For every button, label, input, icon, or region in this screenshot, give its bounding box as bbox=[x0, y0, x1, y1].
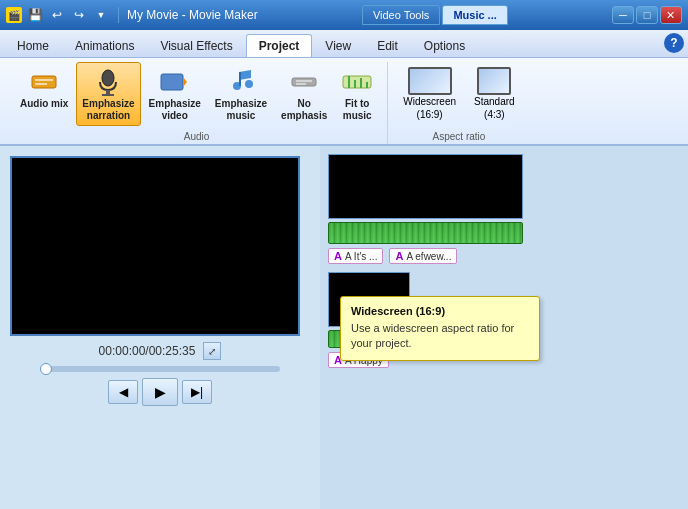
svg-rect-4 bbox=[106, 90, 110, 94]
svg-point-3 bbox=[102, 70, 114, 86]
redo-qat-button[interactable]: ↪ bbox=[70, 6, 88, 24]
title-bar-left: 🎬 💾 ↩ ↪ ▼ My Movie - Movie Maker bbox=[6, 6, 258, 24]
widescreen-button[interactable]: Widescreen(16:9) bbox=[396, 62, 463, 126]
time-display: 00:00:00/00:25:35 ⤢ bbox=[10, 342, 310, 360]
emphasize-music-label: Emphasizemusic bbox=[215, 98, 267, 122]
no-emphasis-label: Noemphasis bbox=[281, 98, 327, 122]
help-button[interactable]: ? bbox=[664, 33, 684, 53]
svg-rect-10 bbox=[239, 72, 241, 86]
play-button[interactable]: ▶ bbox=[142, 378, 178, 406]
no-emphasis-button[interactable]: Noemphasis bbox=[275, 62, 333, 126]
window-title: My Movie - Movie Maker bbox=[127, 8, 258, 22]
tab-animations[interactable]: Animations bbox=[62, 34, 147, 57]
expand-icon: ⤢ bbox=[208, 346, 216, 357]
svg-rect-2 bbox=[35, 83, 47, 85]
title-bar-context-tabs: Video Tools Music ... bbox=[362, 5, 508, 25]
time-code: 00:00:00/00:25:35 bbox=[99, 344, 196, 358]
emphasize-video-label: Emphasizevideo bbox=[149, 98, 201, 122]
aspect-ratio-group: Widescreen(16:9) Standard(4:3) Aspect ra… bbox=[388, 62, 529, 144]
video-tools-tab[interactable]: Video Tools bbox=[362, 5, 440, 25]
emphasize-video-button[interactable]: Emphasizevideo bbox=[143, 62, 207, 126]
window-controls: ─ □ ✕ bbox=[612, 6, 682, 24]
audio-ribbon-group: Audio mix Emphasizenarration bbox=[6, 62, 388, 144]
playback-controls: ◀ ▶ ▶| bbox=[10, 378, 310, 406]
standard-button[interactable]: Standard(4:3) bbox=[467, 62, 522, 126]
text-icon-1: A bbox=[334, 250, 342, 262]
undo-qat-button[interactable]: ↩ bbox=[48, 6, 66, 24]
svg-marker-7 bbox=[183, 77, 187, 87]
no-emphasis-icon bbox=[288, 66, 320, 98]
audio-mix-label: Audio mix bbox=[20, 98, 68, 110]
app-icon: 🎬 bbox=[6, 7, 22, 23]
audio-bar-1 bbox=[328, 222, 523, 244]
aspect-buttons: Widescreen(16:9) Standard(4:3) bbox=[396, 62, 521, 126]
tooltip: Widescreen (16:9) Use a widescreen aspec… bbox=[340, 296, 540, 361]
clip-label-2: A A efwew... bbox=[389, 248, 457, 264]
save-qat-button[interactable]: 💾 bbox=[26, 6, 44, 24]
close-button[interactable]: ✕ bbox=[660, 6, 682, 24]
audio-mix-button[interactable]: Audio mix bbox=[14, 62, 74, 114]
tab-visual-effects[interactable]: Visual Effects bbox=[147, 34, 245, 57]
svg-rect-0 bbox=[32, 76, 56, 88]
ribbon-tab-strip: Home Animations Visual Effects Project V… bbox=[0, 30, 688, 58]
music-tab[interactable]: Music ... bbox=[442, 5, 507, 25]
emphasize-video-icon bbox=[159, 66, 191, 98]
video-preview bbox=[10, 156, 300, 336]
audio-mix-icon bbox=[28, 66, 60, 98]
narration-icon bbox=[92, 66, 124, 98]
tab-home[interactable]: Home bbox=[4, 34, 62, 57]
svg-rect-1 bbox=[35, 79, 53, 81]
svg-rect-13 bbox=[296, 83, 306, 85]
tab-edit[interactable]: Edit bbox=[364, 34, 411, 57]
clip-label-1: A A It's ... bbox=[328, 248, 383, 264]
svg-point-9 bbox=[245, 80, 253, 88]
emphasize-music-button[interactable]: Emphasizemusic bbox=[209, 62, 273, 126]
story-clip-1: A A It's ... A A efwew... bbox=[328, 154, 523, 264]
standard-icon bbox=[477, 67, 511, 95]
seek-bar[interactable] bbox=[40, 366, 280, 372]
next-frame-button[interactable]: ▶| bbox=[182, 380, 212, 404]
seek-thumb bbox=[40, 363, 52, 375]
fit-music-icon bbox=[341, 66, 373, 98]
audio-group-label: Audio bbox=[184, 129, 210, 144]
widescreen-label: Widescreen(16:9) bbox=[403, 95, 456, 121]
tab-view[interactable]: View bbox=[312, 34, 364, 57]
emphasize-narration-button[interactable]: Emphasizenarration bbox=[76, 62, 140, 126]
quick-access-toolbar: 💾 ↩ ↪ ▼ bbox=[26, 6, 110, 24]
tooltip-title: Widescreen (16:9) bbox=[351, 305, 529, 317]
widescreen-icon bbox=[408, 67, 452, 95]
text-icon-2: A bbox=[395, 250, 403, 262]
clip-thumb-1[interactable] bbox=[328, 154, 523, 219]
minimize-button[interactable]: ─ bbox=[612, 6, 634, 24]
maximize-button[interactable]: □ bbox=[636, 6, 658, 24]
prev-frame-button[interactable]: ◀ bbox=[108, 380, 138, 404]
main-area: 00:00:00/00:25:35 ⤢ ◀ ▶ ▶| bbox=[0, 146, 688, 509]
standard-label: Standard(4:3) bbox=[474, 95, 515, 121]
fit-to-music-label: Fit tomusic bbox=[343, 98, 372, 122]
svg-rect-6 bbox=[161, 74, 183, 90]
dropdown-qat-button[interactable]: ▼ bbox=[92, 6, 110, 24]
expand-button[interactable]: ⤢ bbox=[203, 342, 221, 360]
audio-buttons: Audio mix Emphasizenarration bbox=[14, 62, 379, 129]
preview-panel: 00:00:00/00:25:35 ⤢ ◀ ▶ ▶| bbox=[0, 146, 320, 509]
svg-rect-12 bbox=[296, 80, 312, 82]
aspect-group-label: Aspect ratio bbox=[433, 129, 486, 144]
tab-options[interactable]: Options bbox=[411, 34, 478, 57]
fit-to-music-button[interactable]: Fit tomusic bbox=[335, 62, 379, 126]
story-row-1: A A It's ... A A efwew... bbox=[328, 154, 680, 264]
ribbon: Audio mix Emphasizenarration bbox=[0, 58, 688, 146]
music-icon bbox=[225, 66, 257, 98]
title-bar: 🎬 💾 ↩ ↪ ▼ My Movie - Movie Maker Video T… bbox=[0, 0, 688, 30]
tab-project[interactable]: Project bbox=[246, 34, 313, 57]
emphasize-narration-label: Emphasizenarration bbox=[82, 98, 134, 122]
svg-rect-5 bbox=[102, 94, 114, 96]
tooltip-text: Use a widescreen aspect ratio for your p… bbox=[351, 321, 529, 352]
